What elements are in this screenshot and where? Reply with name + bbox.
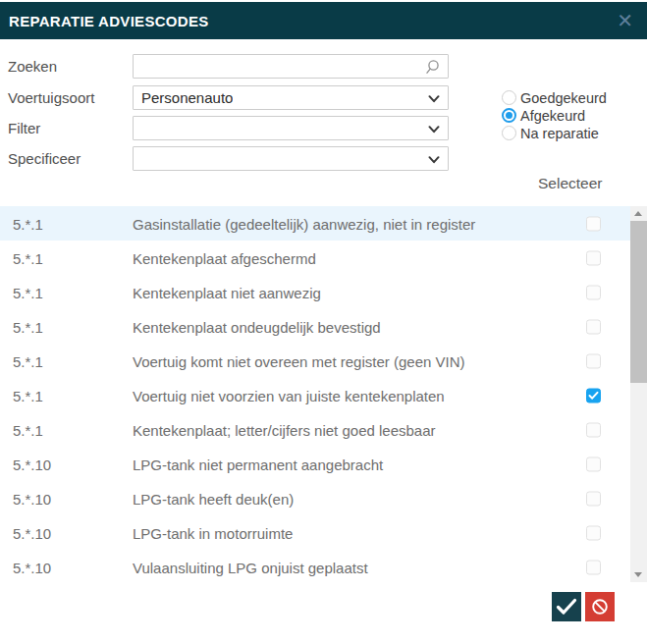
- status-filter-group: Goedgekeurd Afgekeurd Na reparatie: [502, 90, 607, 140]
- table-row[interactable]: 5.*.1 Voertuig niet voorzien van juiste …: [0, 378, 630, 412]
- row-code: 5.*.1: [13, 249, 43, 266]
- scrollbar-thumb[interactable]: [630, 221, 647, 383]
- search-input[interactable]: [134, 55, 448, 78]
- select-column-header: Selecteer: [538, 175, 602, 192]
- row-checkbox[interactable]: [586, 456, 601, 471]
- dialog-header: REPARATIE ADVIESCODES ✕: [0, 2, 647, 39]
- table-row[interactable]: 5.*.10 LPG-tank niet permanent aangebrac…: [0, 447, 630, 481]
- table-row[interactable]: 5.*.1 Gasinstallatie (gedeeltelijk) aanw…: [0, 206, 630, 241]
- radio-icon[interactable]: [502, 126, 516, 140]
- search-label: Zoeken: [8, 54, 57, 79]
- row-checkbox[interactable]: [586, 285, 601, 299]
- row-code: 5.*.1: [13, 284, 43, 300]
- specify-row: Specificeer: [0, 146, 647, 171]
- radio-label: Na reparatie: [520, 126, 599, 141]
- search-row: Zoeken: [0, 54, 647, 79]
- row-checkbox[interactable]: [586, 216, 601, 231]
- table-row[interactable]: 5.*.1 Kentekenplaat niet aanwezig: [0, 275, 630, 309]
- row-code: 5.*.10: [13, 490, 51, 507]
- radio-icon[interactable]: [502, 108, 516, 123]
- row-description: Gasinstallatie (gedeeltelijk) aanwezig, …: [133, 215, 475, 232]
- chevron-down-icon: [428, 126, 440, 134]
- specify-select[interactable]: [133, 146, 449, 171]
- filter-label: Filter: [8, 116, 40, 140]
- row-checkbox[interactable]: [586, 319, 601, 334]
- row-code: 5.*.1: [13, 421, 43, 438]
- radio-option-goedgekeurd[interactable]: Goedgekeurd: [502, 90, 607, 105]
- row-code: 5.*.10: [13, 456, 51, 472]
- row-code: 5.*.1: [13, 352, 43, 369]
- radio-label: Afgekeurd: [520, 108, 585, 124]
- table-row[interactable]: 5.*.1 Voertuig komt niet overeen met reg…: [0, 344, 630, 378]
- table-row[interactable]: 5.*.1 Kentekenplaat afgeschermd: [0, 241, 630, 275]
- row-code: 5.*.1: [13, 215, 43, 232]
- vehicle-type-label: Voertuigsoort: [8, 85, 94, 110]
- row-description: Kentekenplaat ondeugdelijk bevestigd: [133, 318, 381, 335]
- row-description: Vulaansluiting LPG onjuist geplaatst: [133, 559, 368, 575]
- advice-code-list: 5.*.1 Gasinstallatie (gedeeltelijk) aanw…: [0, 206, 630, 582]
- scroll-down-arrow-icon[interactable]: [630, 567, 647, 582]
- row-description: Voertuig komt niet overeen met register …: [133, 352, 465, 369]
- row-code: 5.*.10: [13, 524, 51, 541]
- row-checkbox[interactable]: [586, 422, 601, 437]
- row-checkbox[interactable]: [586, 560, 601, 574]
- table-row[interactable]: 5.*.1 Kentekenplaat; letter/cijfers niet…: [0, 412, 630, 447]
- table-row[interactable]: 5.*.10 Vulaansluiting LPG onjuist geplaa…: [0, 550, 630, 582]
- row-code: 5.*.1: [13, 387, 43, 403]
- row-code: 5.*.1: [13, 318, 43, 335]
- chevron-down-icon: [428, 156, 440, 164]
- row-description: LPG-tank in motorruimte: [133, 524, 293, 541]
- dialog-title: REPARATIE ADVIESCODES: [9, 13, 209, 29]
- row-description: Kentekenplaat; letter/cijfers niet goed …: [133, 421, 436, 438]
- radio-option-na-reparatie[interactable]: Na reparatie: [502, 126, 607, 140]
- radio-icon[interactable]: [502, 90, 516, 105]
- row-checkbox[interactable]: [586, 491, 601, 506]
- row-description: Voertuig niet voorzien van juiste kentek…: [133, 387, 445, 403]
- check-icon: [556, 598, 577, 616]
- vehicle-type-value: Personenauto: [141, 89, 233, 106]
- row-description: LPG-tank heeft deuk(en): [133, 490, 294, 507]
- reparatie-adviescodes-dialog: REPARATIE ADVIESCODES ✕ Zoeken Voertuigs…: [0, 0, 647, 644]
- check-icon: [588, 391, 599, 400]
- row-description: LPG-tank niet permanent aangebracht: [133, 456, 383, 472]
- table-row[interactable]: 5.*.10 LPG-tank in motorruimte: [0, 515, 630, 550]
- filter-select[interactable]: [133, 116, 449, 140]
- radio-option-afgekeurd[interactable]: Afgekeurd: [502, 108, 607, 123]
- table-row[interactable]: 5.*.10 LPG-tank heeft deuk(en): [0, 481, 630, 515]
- search-icon[interactable]: [424, 59, 441, 76]
- row-checkbox[interactable]: [586, 388, 601, 402]
- scroll-up-arrow-icon[interactable]: [630, 206, 647, 221]
- row-description: Kentekenplaat niet aanwezig: [133, 284, 321, 300]
- search-field: [133, 54, 449, 79]
- close-icon[interactable]: ✕: [617, 11, 633, 30]
- confirm-button[interactable]: [552, 592, 581, 621]
- specify-label: Specificeer: [8, 146, 81, 171]
- prohibition-icon: [588, 595, 612, 618]
- cancel-button[interactable]: [585, 592, 615, 621]
- row-checkbox[interactable]: [586, 353, 601, 368]
- chevron-down-icon: [428, 95, 440, 103]
- vehicle-type-select[interactable]: Personenauto: [133, 85, 449, 110]
- table-row[interactable]: 5.*.1 Kentekenplaat ondeugdelijk bevesti…: [0, 309, 630, 344]
- row-checkbox[interactable]: [586, 525, 601, 540]
- row-code: 5.*.10: [13, 559, 51, 575]
- row-checkbox[interactable]: [586, 250, 601, 265]
- row-description: Kentekenplaat afgeschermd: [133, 249, 316, 266]
- radio-label: Goedgekeurd: [520, 90, 607, 106]
- scrollbar[interactable]: [630, 206, 647, 582]
